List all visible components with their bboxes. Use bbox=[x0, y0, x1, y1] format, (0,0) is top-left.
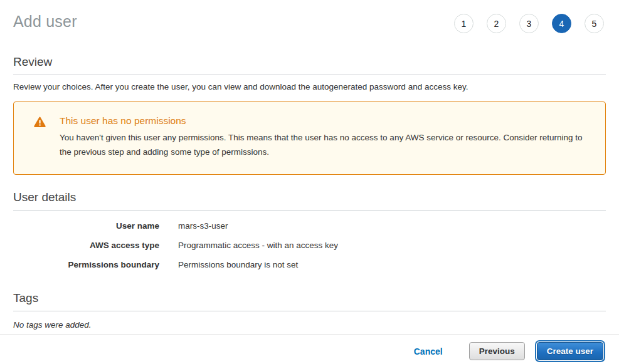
wizard-header: Add user 1 2 3 4 5 bbox=[0, 0, 619, 34]
step-indicator: 1 2 3 4 5 bbox=[454, 13, 604, 33]
step-1[interactable]: 1 bbox=[454, 14, 474, 33]
review-section: Review Review your choices. After you cr… bbox=[13, 55, 606, 91]
cancel-button[interactable]: Cancel bbox=[414, 346, 443, 356]
wizard-footer: Cancel Previous Create user bbox=[0, 335, 619, 360]
tags-section: Tags No tags were added. bbox=[13, 291, 606, 330]
user-name-value: mars-s3-user bbox=[178, 221, 606, 231]
table-row: Permissions boundary Permissions boundar… bbox=[13, 255, 606, 274]
permissions-boundary-value: Permissions boundary is not set bbox=[178, 260, 606, 269]
user-details-rows: User name mars-s3-user AWS access type P… bbox=[13, 216, 606, 274]
add-user-wizard: Add user 1 2 3 4 5 Review Review your ch… bbox=[0, 0, 619, 364]
no-permissions-warning: This user has no permissions You haven't… bbox=[13, 101, 606, 175]
create-user-button[interactable]: Create user bbox=[537, 342, 603, 360]
table-row: User name mars-s3-user bbox=[13, 216, 606, 236]
step-3[interactable]: 3 bbox=[519, 14, 539, 33]
user-details-section: User details User name mars-s3-user AWS … bbox=[13, 190, 606, 274]
tags-heading: Tags bbox=[13, 291, 606, 311]
warning-content: This user has no permissions You haven't… bbox=[60, 115, 586, 159]
warning-triangle-icon bbox=[34, 115, 46, 159]
warning-title: This user has no permissions bbox=[60, 115, 586, 127]
access-type-label: AWS access type bbox=[13, 241, 159, 250]
permissions-boundary-label: Permissions boundary bbox=[13, 260, 159, 269]
access-type-value: Programmatic access - with an access key bbox=[178, 241, 606, 250]
step-2[interactable]: 2 bbox=[487, 14, 506, 33]
tags-empty-message: No tags were added. bbox=[13, 320, 606, 330]
review-heading: Review bbox=[13, 55, 606, 75]
user-details-heading: User details bbox=[13, 190, 606, 211]
page-title: Add user bbox=[13, 13, 77, 31]
step-4-active[interactable]: 4 bbox=[552, 14, 571, 33]
warning-body: You haven't given this user any permissi… bbox=[60, 131, 586, 159]
review-description: Review your choices. After you create th… bbox=[13, 82, 606, 91]
user-name-label: User name bbox=[13, 221, 159, 231]
previous-button[interactable]: Previous bbox=[469, 342, 525, 360]
table-row: AWS access type Programmatic access - wi… bbox=[13, 236, 606, 255]
step-5[interactable]: 5 bbox=[585, 14, 604, 33]
